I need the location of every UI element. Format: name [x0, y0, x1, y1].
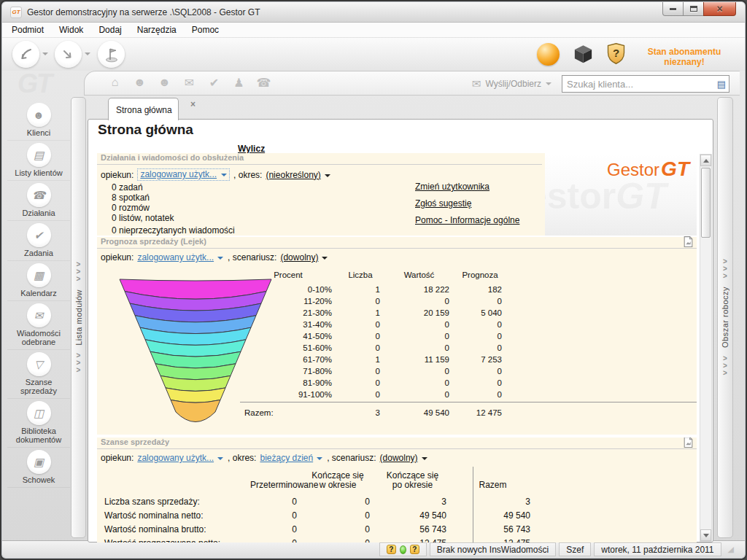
gestor-gt-logo: GestorGT	[607, 158, 689, 181]
minimize-button[interactable]	[662, 2, 684, 16]
subscription-shield-icon[interactable]: ?	[604, 42, 628, 66]
tab-close-icon[interactable]	[190, 99, 196, 109]
help-question-icon[interactable]	[410, 545, 419, 554]
quick-action-icon[interactable]: ♟	[231, 76, 247, 90]
status-bar: Brak nowych InsWiadomości Szef wtorek, 1…	[2, 540, 745, 558]
sidebar-item[interactable]: ☎ Działania	[7, 181, 70, 221]
scenariusz-label: , scenariusz:	[327, 453, 376, 463]
action-link[interactable]: Pomoc - Informacje ogólne	[415, 215, 519, 225]
help-question-icon[interactable]	[387, 545, 396, 554]
scenariusz-dropdown[interactable]: (dowolny)	[380, 453, 427, 463]
activities-section-header: Działania i wiadomości do obsłużenia	[97, 153, 542, 165]
scrollbar-thumb[interactable]	[701, 168, 711, 238]
sidebar-item[interactable]: ✔ Zadania	[7, 221, 70, 261]
menu-item[interactable]: Narzędzia	[137, 25, 177, 35]
workspace-strip[interactable]: > > > Obszar roboczy > > >	[717, 97, 733, 538]
operations-button[interactable]	[12, 41, 39, 68]
app-window: GT Gestor demonstracyjny na serwerze .\S…	[0, 0, 747, 560]
total-divider	[240, 402, 697, 402]
tab-strona-glowna[interactable]: Strona główna	[108, 98, 179, 120]
scenariusz-label: , scenariusz:	[228, 252, 276, 262]
workspace-strip-label: Obszar roboczy	[721, 287, 729, 348]
send-dropdown-arrow[interactable]	[85, 52, 90, 55]
opiekun-dropdown[interactable]: zalogowany użytk...	[137, 453, 224, 463]
sidebar-item[interactable]: ▽ Szanse sprzedaży	[7, 350, 70, 399]
module-list-strip[interactable]: > > > Lista modułów > > >	[71, 97, 86, 538]
content-panel: Strona główna Wylicz Działania i wiadomo…	[88, 119, 713, 542]
svg-text:?: ?	[613, 47, 619, 59]
content-scrollbar[interactable]	[700, 154, 712, 542]
razem-column-divider	[473, 467, 473, 542]
cube-icon[interactable]	[572, 43, 595, 66]
flag-button[interactable]	[98, 41, 125, 68]
funnel-filters: opiekun: zalogowany użytk... , scenarius…	[101, 252, 328, 262]
funnel-table: ProcentLiczbaWartośćPrognoza 0-10% 1 18 …	[240, 269, 697, 400]
secondary-toolbar: ⌂☻☻✉✔♟☎ ✉ Wyślij/Odbierz ▤	[84, 71, 740, 96]
report-icon[interactable]	[682, 438, 694, 448]
quick-action-icon[interactable]: ✉	[181, 76, 198, 90]
minimize-icon	[670, 8, 676, 10]
menu-item[interactable]: Dodaj	[98, 25, 121, 35]
scroll-up-button[interactable]	[700, 155, 711, 166]
quick-action-icon[interactable]: ✔	[206, 76, 222, 90]
close-button[interactable]	[703, 2, 736, 16]
sidebar-item[interactable]: ✉ Wiadomości odebrane	[7, 301, 70, 350]
quick-action-icon[interactable]: ☻	[156, 76, 173, 90]
sidebar-item[interactable]: ▦ Kalendarz	[7, 261, 70, 301]
module-icon: ▦	[27, 263, 51, 287]
module-icon: ✉	[27, 303, 51, 327]
quick-action-icon[interactable]: ☻	[131, 76, 148, 90]
quick-action-icon[interactable]: ⌂	[107, 76, 123, 90]
quick-action-icon[interactable]: ☎	[255, 76, 272, 90]
sidebar-item[interactable]: ▤ Listy klientów	[7, 141, 70, 181]
expand-chevron-icon: >	[723, 273, 727, 280]
table-row: 0-10% 1 18 222 182	[240, 284, 697, 295]
page-title: Strona główna	[98, 122, 193, 138]
column-header: Procent	[240, 271, 336, 279]
current-user[interactable]: Szef	[559, 542, 591, 556]
send-operation-button[interactable]	[55, 41, 82, 68]
okres-dropdown[interactable]: bieżący dzień	[260, 453, 323, 463]
sidebar-item[interactable]: ◫ Biblioteka dokumentów	[7, 399, 70, 448]
okres-dropdown[interactable]: (nieokreślony)	[266, 170, 330, 180]
tab-label: Strona główna	[116, 105, 172, 115]
status-icons	[379, 542, 427, 556]
window-title: Gestor demonstracyjny na serwerze .\SQL2…	[27, 7, 260, 18]
menu-item[interactable]: Podmiot	[12, 25, 44, 35]
maximize-button[interactable]	[684, 2, 703, 16]
module-icon: ◫	[27, 401, 51, 425]
subscription-status: Stan abonamentu nieznany!	[631, 47, 738, 67]
operations-dropdown-arrow[interactable]	[42, 52, 48, 55]
report-icon[interactable]	[682, 236, 694, 247]
scroll-down-button[interactable]	[700, 529, 711, 541]
insert-sphere-icon[interactable]	[537, 43, 560, 66]
opiekun-dropdown[interactable]: zalogowany użytk...	[137, 168, 230, 181]
resize-grip-icon[interactable]	[728, 545, 734, 554]
action-link[interactable]: Zgłoś sugestię	[415, 198, 519, 209]
expand-chevron-icon: >	[77, 276, 81, 283]
recalculate-link[interactable]: Wylicz	[238, 144, 265, 154]
search-list-icon[interactable]: ▤	[714, 79, 729, 90]
titlebar[interactable]: GT Gestor demonstracyjny na serwerze .\S…	[2, 2, 745, 23]
expand-chevron-icon: >	[723, 370, 727, 377]
module-icon: ☎	[27, 183, 51, 207]
opiekun-dropdown[interactable]: zalogowany użytk...	[137, 252, 224, 262]
okres-label: , okres:	[233, 170, 262, 180]
menu-item[interactable]: Pomoc	[192, 25, 219, 35]
action-link[interactable]: Zmień użytkownika	[415, 182, 519, 192]
arrow-down-right-icon	[60, 46, 77, 63]
logo-watermark: GestorGT	[545, 175, 667, 217]
send-receive-envelope-icon: ✉	[472, 77, 481, 90]
menu-item[interactable]: Widok	[59, 25, 83, 35]
inswiadomosci-status[interactable]: Brak nowych InsWiadomości	[430, 542, 556, 556]
scenariusz-dropdown[interactable]: (dowolny)	[280, 252, 328, 262]
sidebar-item[interactable]: ☻ Klienci	[7, 101, 70, 141]
send-receive-button[interactable]: ✉ Wyślij/Odbierz	[472, 77, 551, 90]
sidebar-item[interactable]: ▣ Schowek	[7, 448, 70, 488]
search-input[interactable]	[562, 79, 714, 90]
client-search: ▤	[562, 75, 729, 93]
gestor-logo-panel: GestorGT GestorGT	[545, 153, 697, 236]
column-header: Liczba	[336, 271, 384, 279]
opiekun-label: opiekun:	[101, 170, 133, 180]
gt-watermark: GT	[18, 69, 51, 99]
